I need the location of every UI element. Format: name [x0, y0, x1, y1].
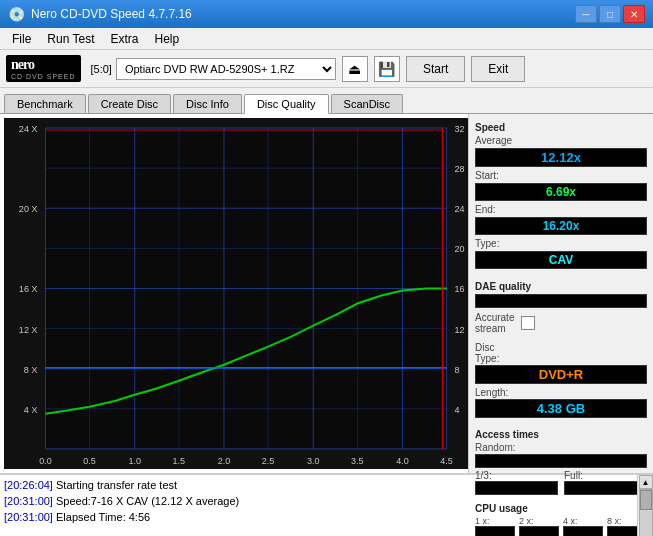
start-value: 6.69x	[475, 183, 647, 201]
disc-type-label: Disc Type:	[475, 342, 647, 364]
svg-text:2.0: 2.0	[218, 456, 231, 466]
svg-text:0.5: 0.5	[83, 456, 96, 466]
window-controls: ─ □ ✕	[575, 5, 645, 23]
end-label: End:	[475, 204, 496, 215]
disc-section: Disc Type: DVD+R Length: 4.38 GB	[475, 342, 647, 421]
log-entry-2: [20:31:00] Elapsed Time: 4:56	[4, 509, 633, 525]
eject-button[interactable]: ⏏	[342, 56, 368, 82]
svg-text:20: 20	[455, 244, 465, 254]
log-entry-1: [20:31:00] Speed:7-16 X CAV (12.12 X ave…	[4, 493, 633, 509]
scroll-up-button[interactable]: ▲	[639, 475, 653, 489]
title-bar-left: 💿 Nero CD-DVD Speed 4.7.7.16	[8, 6, 192, 22]
log-entry-0: [20:26:04] Starting transfer rate test	[4, 477, 633, 493]
save-button[interactable]: 💾	[374, 56, 400, 82]
nero-logo: nero CD·DVD SPEED	[6, 55, 81, 82]
average-value: 12.12x	[475, 148, 647, 167]
svg-text:20 X: 20 X	[19, 204, 38, 214]
start-button[interactable]: Start	[406, 56, 465, 82]
svg-text:12: 12	[455, 325, 465, 335]
svg-text:24: 24	[455, 204, 465, 214]
minimize-button[interactable]: ─	[575, 5, 597, 23]
disc-length-label: Length:	[475, 387, 647, 398]
average-label: Average	[475, 135, 647, 146]
main-content: 24 X 20 X 16 X 12 X 8 X 4 X 32 28 24 20 …	[0, 114, 653, 474]
svg-text:2.5: 2.5	[262, 456, 275, 466]
speed-section: Speed Average 12.12x Start: 6.69x End: 1…	[475, 118, 647, 273]
speed-title: Speed	[475, 122, 647, 133]
svg-text:0.0: 0.0	[39, 456, 52, 466]
disc-type-value: DVD+R	[475, 365, 647, 384]
svg-text:4.5: 4.5	[440, 456, 453, 466]
app-title: Nero CD-DVD Speed 4.7.7.16	[31, 7, 192, 21]
tab-benchmark[interactable]: Benchmark	[4, 94, 86, 113]
svg-text:1.0: 1.0	[128, 456, 141, 466]
log-content: [20:26:04] Starting transfer rate test […	[0, 475, 637, 536]
menu-help[interactable]: Help	[147, 28, 188, 49]
end-row: End:	[475, 204, 647, 215]
menu-extra[interactable]: Extra	[102, 28, 146, 49]
close-button[interactable]: ✕	[623, 5, 645, 23]
dae-title: DAE quality	[475, 281, 647, 292]
scroll-thumb[interactable]	[640, 490, 652, 510]
tab-create-disc[interactable]: Create Disc	[88, 94, 171, 113]
svg-text:16 X: 16 X	[19, 284, 38, 294]
accurate-label: Accurate stream	[475, 312, 514, 334]
svg-text:12 X: 12 X	[19, 325, 38, 335]
dae-section: DAE quality Accurate stream	[475, 277, 647, 338]
title-bar: 💿 Nero CD-DVD Speed 4.7.7.16 ─ □ ✕	[0, 0, 653, 28]
menu-file[interactable]: File	[4, 28, 39, 49]
accurate-stream-checkbox[interactable]	[521, 316, 535, 330]
random-label: Random:	[475, 442, 647, 453]
exit-button[interactable]: Exit	[471, 56, 525, 82]
scroll-track[interactable]	[639, 489, 653, 536]
svg-text:28: 28	[455, 164, 465, 174]
disc-length-value: 4.38 GB	[475, 399, 647, 418]
svg-text:4.0: 4.0	[396, 456, 409, 466]
log-scrollbar: ▲ ▼	[637, 475, 653, 536]
svg-text:3.5: 3.5	[351, 456, 364, 466]
svg-text:8 X: 8 X	[24, 365, 38, 375]
drive-label: [5:0]	[91, 63, 112, 75]
tab-disc-info[interactable]: Disc Info	[173, 94, 242, 113]
menu-run-test[interactable]: Run Test	[39, 28, 102, 49]
svg-text:3.0: 3.0	[307, 456, 320, 466]
end-value: 16.20x	[475, 217, 647, 235]
tab-scandisc[interactable]: ScanDisc	[331, 94, 403, 113]
tabs: Benchmark Create Disc Disc Info Disc Qua…	[0, 88, 653, 114]
svg-text:4: 4	[455, 405, 460, 415]
svg-text:24 X: 24 X	[19, 124, 38, 134]
svg-text:16: 16	[455, 284, 465, 294]
tab-disc-quality[interactable]: Disc Quality	[244, 94, 329, 114]
start-row: Start:	[475, 170, 647, 181]
toolbar: nero CD·DVD SPEED [5:0] Optiarc DVD RW A…	[0, 50, 653, 88]
drive-dropdown[interactable]: Optiarc DVD RW AD-5290S+ 1.RZ	[116, 58, 336, 80]
random-value	[475, 454, 647, 468]
access-title: Access times	[475, 429, 647, 440]
svg-text:4 X: 4 X	[24, 405, 38, 415]
menu-bar: File Run Test Extra Help	[0, 28, 653, 50]
chart-container: 24 X 20 X 16 X 12 X 8 X 4 X 32 28 24 20 …	[4, 118, 468, 469]
maximize-button[interactable]: □	[599, 5, 621, 23]
start-label: Start:	[475, 170, 499, 181]
svg-text:1.5: 1.5	[173, 456, 186, 466]
log-area: [20:26:04] Starting transfer rate test […	[0, 474, 653, 536]
svg-text:8: 8	[455, 365, 460, 375]
right-panel: Speed Average 12.12x Start: 6.69x End: 1…	[468, 114, 653, 473]
nero-sub-logo: CD·DVD SPEED	[11, 73, 76, 80]
svg-text:32: 32	[455, 124, 465, 134]
drive-selector: [5:0] Optiarc DVD RW AD-5290S+ 1.RZ	[91, 58, 336, 80]
speed-chart: 24 X 20 X 16 X 12 X 8 X 4 X 32 28 24 20 …	[4, 118, 468, 469]
type-label: Type:	[475, 238, 647, 249]
type-value: CAV	[475, 251, 647, 269]
dae-value	[475, 294, 647, 308]
accurate-row: Accurate stream	[475, 312, 647, 334]
